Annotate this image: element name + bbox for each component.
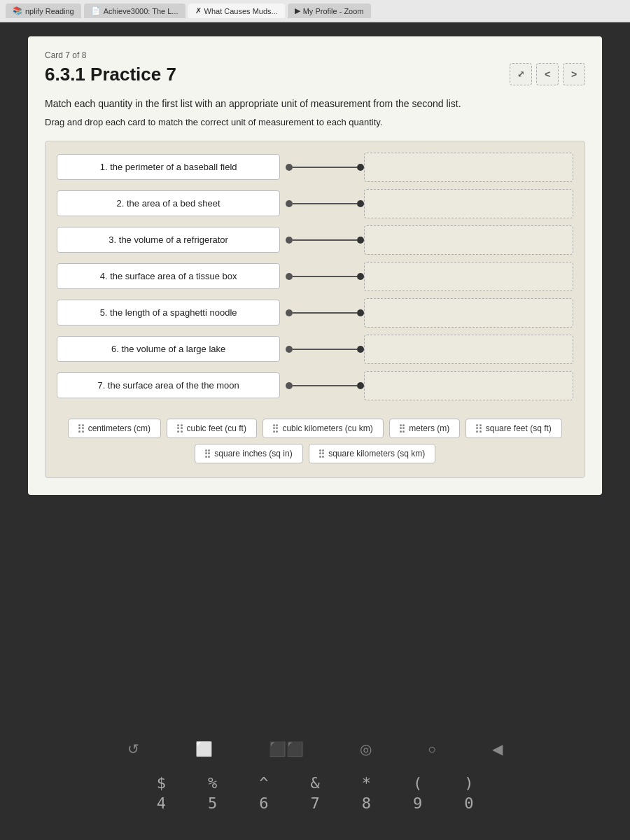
dot-right-5: [357, 309, 364, 316]
drag-icon-1: [78, 424, 84, 433]
kb-sym-rparen[interactable]: ): [464, 774, 473, 792]
dot-left-3: [286, 237, 293, 244]
card-container: Card 7 of 8 6.3.1 Practice 7 ⤢ < > Match…: [28, 36, 602, 495]
dot-right-1: [357, 164, 364, 171]
line-3: [293, 239, 357, 241]
unit-chip-1[interactable]: centimeters (cm): [68, 419, 161, 438]
drop-zone-7[interactable]: [364, 371, 573, 400]
kb-sym-caret[interactable]: ^: [259, 774, 268, 792]
drop-zone-4[interactable]: [364, 262, 573, 291]
kb-icon-back[interactable]: ◀: [492, 741, 503, 757]
kb-icon-circle[interactable]: ○: [428, 741, 436, 757]
kb-digit-8[interactable]: 8: [362, 794, 371, 812]
dot-left-5: [286, 309, 293, 316]
tab-muds-label: What Causes Muds...: [204, 7, 278, 15]
unit-chip-2[interactable]: cubic feet (cu ft): [167, 419, 257, 438]
dot-right-2: [357, 200, 364, 207]
kb-digit-6[interactable]: 6: [259, 794, 268, 812]
match-row-5: 5. the length of a spaghetti noodle: [57, 298, 573, 328]
dot-right-3: [357, 237, 364, 244]
kb-icon-search[interactable]: ◎: [360, 741, 372, 757]
unit-chip-6-label: square inches (sq in): [214, 449, 292, 458]
tab-amplify-label: nplify Reading: [25, 7, 74, 15]
kb-sym-lparen[interactable]: (: [413, 774, 422, 792]
match-row-2: 2. the area of a bed sheet: [57, 189, 573, 218]
dot-left-6: [286, 346, 293, 353]
line-1: [293, 167, 357, 168]
kb-digit-4[interactable]: 4: [157, 794, 166, 812]
unit-chip-7[interactable]: square kilometers (sq km): [309, 444, 436, 463]
card-info: Card 7 of 8: [45, 50, 585, 60]
kb-icon-display[interactable]: ⬜: [195, 741, 213, 757]
next-button[interactable]: >: [563, 63, 585, 85]
drop-zone-6[interactable]: [364, 335, 573, 364]
drop-zone-1[interactable]: [364, 153, 573, 182]
tab-achieve-icon: 📄: [91, 6, 101, 15]
unit-chip-5[interactable]: square feet (sq ft): [465, 419, 562, 438]
unit-chip-4[interactable]: meters (m): [389, 419, 461, 438]
unit-chip-2-label: cubic feet (cu ft): [187, 424, 246, 433]
main-area: Card 7 of 8 6.3.1 Practice 7 ⤢ < > Match…: [0, 22, 630, 840]
kb-digit-5[interactable]: 5: [208, 794, 217, 812]
drag-icon-5: [476, 424, 482, 433]
tab-amplify-icon: 📚: [13, 6, 22, 15]
connector-4: [280, 273, 364, 280]
connector-7: [280, 382, 364, 389]
unit-chip-3[interactable]: cubic kilometers (cu km): [262, 419, 384, 438]
tab-profile-label: My Profile - Zoom: [303, 7, 364, 15]
drag-icon-3: [273, 424, 279, 433]
connector-2: [280, 200, 364, 207]
matching-area: 1. the perimeter of a baseball field 2. …: [45, 141, 585, 478]
keyboard-icons-row: ↺ ⬜ ⬛⬛ ◎ ○ ◀: [127, 741, 503, 757]
quantity-box-6: 6. the volume of a large lake: [57, 336, 280, 362]
tab-profile-icon: ▶: [295, 6, 300, 15]
drop-zone-2[interactable]: [364, 189, 573, 218]
line-2: [293, 203, 357, 204]
quantity-box-7: 7. the surface area of the the moon: [57, 372, 280, 398]
drop-zone-5[interactable]: [364, 298, 573, 328]
kb-icon-refresh[interactable]: ↺: [127, 741, 139, 757]
dot-right-6: [357, 346, 364, 353]
connector-3: [280, 237, 364, 244]
kb-digit-9[interactable]: 9: [413, 794, 422, 812]
unit-chip-6[interactable]: square inches (sq in): [195, 444, 303, 463]
quantity-box-3: 3. the volume of a refrigerator: [57, 227, 280, 253]
keyboard-area: ↺ ⬜ ⬛⬛ ◎ ○ ◀ $ % ^ & * ( ) 4 5 6 7 8 9 0: [21, 495, 609, 827]
line-7: [293, 385, 357, 386]
instruction-text-1: Match each quantity in the first list wi…: [45, 97, 585, 111]
expand-button[interactable]: ⤢: [510, 63, 532, 85]
tab-muds[interactable]: ✗ What Causes Muds...: [188, 4, 285, 18]
kb-sym-percent[interactable]: %: [208, 774, 217, 792]
card-title-row: 6.3.1 Practice 7 ⤢ < >: [45, 63, 585, 85]
kb-digit-7[interactable]: 7: [310, 794, 319, 812]
drag-icon-2: [177, 424, 183, 433]
match-row-6: 6. the volume of a large lake: [57, 335, 573, 364]
kb-sym-star[interactable]: *: [362, 774, 371, 792]
unit-chip-4-label: meters (m): [409, 424, 449, 433]
match-row-1: 1. the perimeter of a baseball field: [57, 153, 573, 182]
tab-achieve[interactable]: 📄 Achieve3000: The L...: [84, 4, 186, 18]
drag-icon-4: [400, 424, 405, 433]
unit-chip-7-label: square kilometers (sq km): [328, 449, 425, 458]
nav-buttons: ⤢ < >: [510, 63, 585, 85]
quantity-box-5: 5. the length of a spaghetti noodle: [57, 300, 280, 326]
kb-sym-dollar[interactable]: $: [157, 774, 166, 792]
keyboard-digits-row: 4 5 6 7 8 9 0: [157, 794, 474, 812]
prev-button[interactable]: <: [536, 63, 559, 85]
kb-icon-windows[interactable]: ⬛⬛: [269, 741, 304, 757]
dot-right-7: [357, 382, 364, 389]
drop-zone-3[interactable]: [364, 225, 573, 255]
quantity-box-4: 4. the surface area of a tissue box: [57, 263, 280, 289]
unit-chip-5-label: square feet (sq ft): [486, 424, 552, 433]
line-4: [293, 276, 357, 277]
kb-sym-amp[interactable]: &: [310, 774, 319, 792]
tab-achieve-label: Achieve3000: The L...: [104, 7, 178, 15]
line-5: [293, 312, 357, 314]
kb-digit-0[interactable]: 0: [464, 794, 473, 812]
unit-chip-3-label: cubic kilometers (cu km): [282, 424, 372, 433]
line-6: [293, 349, 357, 350]
tab-profile[interactable]: ▶ My Profile - Zoom: [288, 4, 371, 18]
tab-amplify[interactable]: 📚 nplify Reading: [6, 4, 81, 18]
drag-icon-7: [319, 449, 325, 458]
card-title-text: 6.3.1 Practice 7: [45, 64, 176, 85]
